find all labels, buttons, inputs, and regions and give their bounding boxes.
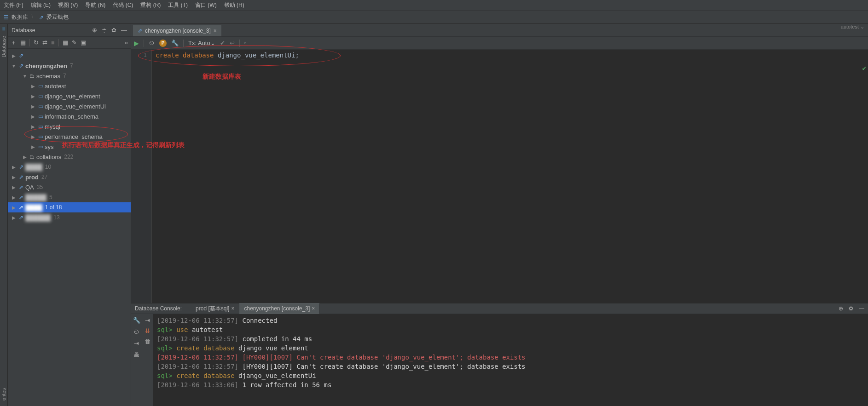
scroll-icon[interactable]: ⇊ [145, 327, 150, 334]
refresh-icon[interactable]: ↻ [34, 39, 39, 46]
stop-icon[interactable]: ■ [51, 39, 55, 46]
close-icon[interactable]: × [312, 305, 315, 312]
editor-toolbar: ▶ ⏲ P 🔧 Tx: Auto ⌄ ✔ ↩ ▫ autotest ⌄ [131, 37, 868, 50]
edit-icon[interactable]: ✎ [72, 39, 77, 46]
console-label: Database Console: [135, 305, 182, 312]
editor-tabs: ⇗ chenyongzhen [console_3] × [131, 24, 868, 37]
console-log[interactable]: [2019-12-06 11:32:57] Connected sql> use… [153, 314, 868, 406]
rollback-icon[interactable]: ↩ [230, 40, 235, 46]
more-icon[interactable]: » [125, 39, 128, 46]
main-area: ⇗ chenyongzhen [console_3] × ▶ ⏲ P 🔧 Tx:… [131, 24, 868, 406]
target-icon[interactable]: ⊕ [839, 305, 843, 312]
tree-node-sys[interactable]: ▶▭sys [8, 142, 131, 152]
menu-tools[interactable]: 工具 (T) [168, 1, 188, 9]
left-side-tabs: ≡ Database orites [0, 24, 8, 406]
tab-label: chenyongzhen [console_3] [145, 28, 211, 34]
breadcrumb-bar: ☰ 数据库 〉 ⇗ 爱豆钱包 [0, 11, 868, 24]
editor-tab-console3[interactable]: ⇗ chenyongzhen [console_3] × [133, 25, 222, 36]
menu-view[interactable]: 视图 (V) [58, 1, 78, 9]
tree-node-information-schema[interactable]: ▶▭information_schema [8, 111, 131, 121]
tree-node-chenyongzhen[interactable]: ▼⇗chenyongzhen7 [8, 61, 131, 71]
tree-node[interactable]: ▶⇗ [8, 51, 131, 61]
breadcrumb-sep: 〉 [31, 13, 36, 21]
database-side-tab[interactable]: Database [1, 34, 6, 59]
commit-icon[interactable]: ✔ [220, 40, 225, 46]
wrench-icon[interactable]: 🔧 [171, 40, 179, 46]
menu-refactor[interactable]: 重构 (R) [140, 1, 161, 9]
tree-node-selected[interactable]: ▶⇗████1 of 18 [8, 202, 131, 212]
add-icon[interactable]: ＋ [11, 39, 17, 47]
database-side-icon[interactable]: ≡ [2, 26, 5, 32]
ddl-icon[interactable]: ▣ [81, 39, 86, 46]
menu-file[interactable]: 文件 (F) [4, 1, 23, 9]
gear-icon[interactable]: ✿ [111, 27, 116, 34]
print-icon[interactable]: 🖶 [133, 351, 139, 358]
tree-node[interactable]: ▶⇗██████13 [8, 212, 131, 223]
gear-icon[interactable]: ✿ [849, 305, 853, 312]
tree-node-autotest[interactable]: ▶▭autotest [8, 81, 131, 91]
annotation-text-1: 新建数据库表 [203, 73, 241, 81]
tree-node-qa[interactable]: ▶⇗QA35 [8, 182, 131, 192]
menu-code[interactable]: 代码 (C) [113, 1, 133, 9]
editor-code[interactable]: create database django_vue_elementUi; 新建… [152, 50, 868, 303]
editor-gutter: 1 [131, 50, 152, 303]
breadcrumb-datasource[interactable]: 爱豆钱包 [46, 13, 69, 21]
database-panel: Database ⊕ ≑ ✿ — ＋ ▤ ↻ ⇄ ■ ▦ ✎ ▣ » ▶⇗ ▼⇗… [8, 24, 131, 406]
minimize-icon[interactable]: — [121, 27, 127, 34]
database-panel-title: Database [12, 27, 35, 34]
history-icon[interactable]: ⏲ [149, 40, 155, 46]
close-icon[interactable]: × [231, 305, 234, 312]
console-tab-console3[interactable]: chenyongzhen [console_3]× [239, 303, 320, 314]
stack-icon[interactable]: ▤ [20, 39, 26, 46]
database-toolbar: ＋ ▤ ↻ ⇄ ■ ▦ ✎ ▣ » [8, 37, 131, 49]
wrench-icon[interactable]: 🔧 [133, 317, 140, 324]
menu-edit[interactable]: 编辑 (E) [31, 1, 51, 9]
minimize-icon[interactable]: — [859, 305, 864, 312]
disabled-icon: ▫ [244, 40, 247, 46]
console-header: Database Console: prod [基本sql]× chenyong… [131, 303, 868, 314]
schema-selector[interactable]: autotest ⌄ [841, 24, 864, 30]
status-ok-icon: ✔ [862, 64, 866, 72]
table-icon[interactable]: ▦ [63, 39, 68, 46]
database-stack-icon: ☰ [4, 14, 9, 21]
plan-icon[interactable]: P [159, 40, 167, 47]
console-side-tools-2: ⇥ ⇊ 🗑 [142, 314, 153, 406]
database-tree: ▶⇗ ▼⇗chenyongzhen7 ▼🗀schemas7 ▶▭autotest… [8, 49, 131, 406]
filter-icon[interactable]: ≑ [102, 27, 107, 34]
console-tab-prod[interactable]: prod [基本sql]× [191, 303, 239, 314]
code-editor[interactable]: 1 create database django_vue_elementUi; … [131, 50, 868, 303]
tree-node-performance-schema[interactable]: ▶▭performance_schema [8, 132, 131, 142]
favorites-side-tab[interactable]: orites [1, 386, 6, 402]
tree-node-mysql[interactable]: ▶▭mysql [8, 121, 131, 132]
tree-node-prod[interactable]: ▶⇗prod27 [8, 172, 131, 182]
console-body: 🔧 ⏲ ⇥ 🖶 ⇥ ⇊ 🗑 [2019-12-06 11:32:57] Conn… [131, 314, 868, 406]
tree-node-collations[interactable]: ▶🗀collations222 [8, 152, 131, 162]
tree-node-django-vue-elementui[interactable]: ▶▭django_vue_elementUi [8, 101, 131, 111]
datasource-icon: ⇗ [39, 14, 44, 21]
menu-help[interactable]: 帮助 (H) [224, 1, 244, 9]
database-panel-header: Database ⊕ ≑ ✿ — [8, 24, 131, 37]
clear-icon[interactable]: 🗑 [145, 338, 150, 345]
datasource-icon: ⇗ [138, 28, 142, 34]
tx-mode[interactable]: Tx: Auto ⌄ [188, 40, 215, 46]
run-icon[interactable]: ▶ [134, 40, 139, 47]
console-side-tools: 🔧 ⏲ ⇥ 🖶 [131, 314, 142, 406]
breadcrumb-database[interactable]: 数据库 [12, 13, 28, 21]
wrap-icon[interactable]: ⇥ [134, 340, 139, 347]
wrap-icon[interactable]: ⇥ [145, 317, 150, 324]
sync-icon[interactable]: ⇄ [42, 39, 47, 46]
tree-node[interactable]: ▶⇗████10 [8, 162, 131, 172]
tree-node-schemas[interactable]: ▼🗀schemas7 [8, 71, 131, 81]
tree-node-django-vue-element[interactable]: ▶▭django_vue_element [8, 91, 131, 101]
target-icon[interactable]: ⊕ [92, 27, 97, 34]
close-icon[interactable]: × [214, 28, 217, 34]
menu-window[interactable]: 窗口 (W) [195, 1, 217, 9]
tree-node[interactable]: ▶⇗█████5 [8, 192, 131, 202]
menu-navigate[interactable]: 导航 (N) [85, 1, 105, 9]
clock-icon[interactable]: ⏲ [133, 328, 139, 335]
menu-bar: 文件 (F) 编辑 (E) 视图 (V) 导航 (N) 代码 (C) 重构 (R… [0, 0, 868, 11]
